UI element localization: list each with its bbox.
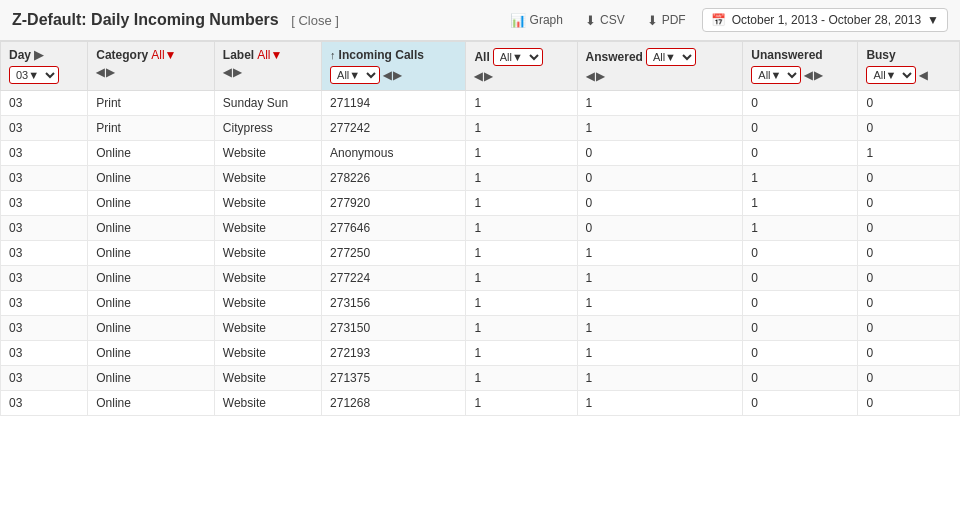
cell-unanswered: 0 (743, 266, 858, 291)
col-busy: Busy All▼ ◀ (858, 42, 960, 91)
answered-filter-select[interactable]: All▼ (646, 48, 696, 66)
cell-category: Online (88, 141, 215, 166)
cell-label: Website (214, 241, 321, 266)
category-next-arrow[interactable]: ▶ (106, 66, 114, 79)
unanswered-filter-select[interactable]: All▼ (751, 66, 801, 84)
label-prev-arrow[interactable]: ◀ (223, 66, 231, 79)
all-filter-select[interactable]: All▼ (493, 48, 543, 66)
table-row: 03PrintSunday Sun2711941100 (1, 91, 960, 116)
cell-day: 03 (1, 366, 88, 391)
cell-all: 1 (466, 241, 577, 266)
answered-prev-arrow[interactable]: ◀ (586, 70, 594, 83)
cell-unanswered: 1 (743, 191, 858, 216)
table-row: 03OnlineWebsite2776461010 (1, 216, 960, 241)
cell-label: Website (214, 316, 321, 341)
cell-label: Website (214, 141, 321, 166)
cell-all: 1 (466, 141, 577, 166)
cell-day: 03 (1, 91, 88, 116)
col-unanswered: Unanswered All▼ ◀ ▶ (743, 42, 858, 91)
cell-label: Website (214, 366, 321, 391)
date-range-picker[interactable]: 📅 October 1, 2013 - October 28, 2013 ▼ (702, 8, 948, 32)
cell-category: Online (88, 266, 215, 291)
cell-unanswered: 0 (743, 341, 858, 366)
cell-day: 03 (1, 391, 88, 416)
graph-button[interactable]: 📊 Graph (504, 10, 569, 31)
cell-all: 1 (466, 216, 577, 241)
category-prev-arrow[interactable]: ◀ (96, 66, 104, 79)
incoming-calls-filter-select[interactable]: All▼ (330, 66, 380, 84)
answered-next-arrow[interactable]: ▶ (596, 70, 604, 83)
col-answered: Answered All▼ ◀ ▶ (577, 42, 743, 91)
cell-all: 1 (466, 316, 577, 341)
cell-incoming_calls: 277250 (322, 241, 466, 266)
cell-all: 1 (466, 116, 577, 141)
cell-category: Online (88, 366, 215, 391)
cell-category: Online (88, 166, 215, 191)
pdf-button[interactable]: ⬇ PDF (641, 10, 692, 31)
cell-answered: 1 (577, 291, 743, 316)
cell-answered: 1 (577, 241, 743, 266)
cell-all: 1 (466, 391, 577, 416)
busy-filter-select[interactable]: All▼ (866, 66, 916, 84)
cell-category: Online (88, 241, 215, 266)
cell-unanswered: 0 (743, 366, 858, 391)
close-link[interactable]: [ Close ] (291, 13, 339, 28)
cell-category: Online (88, 316, 215, 341)
cell-category: Online (88, 291, 215, 316)
cell-answered: 0 (577, 141, 743, 166)
cell-unanswered: 1 (743, 216, 858, 241)
table-row: 03OnlineWebsite2772241100 (1, 266, 960, 291)
table-row: 03OnlineWebsite2713751100 (1, 366, 960, 391)
incoming-next-arrow[interactable]: ▶ (393, 69, 401, 82)
label-next-arrow[interactable]: ▶ (233, 66, 241, 79)
all-next-arrow[interactable]: ▶ (484, 70, 492, 83)
cell-label: Website (214, 291, 321, 316)
cell-answered: 0 (577, 166, 743, 191)
category-label-all: All▼ (151, 48, 176, 62)
incoming-prev-arrow[interactable]: ◀ (383, 69, 391, 82)
sort-asc-icon: ↑ (330, 49, 336, 61)
cell-category: Online (88, 216, 215, 241)
cell-label: Website (214, 341, 321, 366)
cell-label: Website (214, 391, 321, 416)
cell-unanswered: 1 (743, 166, 858, 191)
busy-prev-arrow[interactable]: ◀ (919, 69, 927, 82)
cell-label: Citypress (214, 116, 321, 141)
day-filter-select[interactable]: 03▼ (9, 66, 59, 84)
cell-category: Print (88, 91, 215, 116)
unanswered-prev-arrow[interactable]: ◀ (804, 69, 812, 82)
col-all: All All▼ ◀ ▶ (466, 42, 577, 91)
cell-label: Website (214, 166, 321, 191)
cell-unanswered: 0 (743, 141, 858, 166)
csv-button[interactable]: ⬇ CSV (579, 10, 631, 31)
cell-incoming_calls: Anonymous (322, 141, 466, 166)
data-table-container: Day ▶ 03▼ Category A (0, 41, 960, 416)
cell-answered: 1 (577, 316, 743, 341)
day-next-arrow[interactable]: ▶ (34, 48, 43, 62)
cell-busy: 0 (858, 191, 960, 216)
all-prev-arrow[interactable]: ◀ (474, 70, 482, 83)
cell-busy: 0 (858, 166, 960, 191)
table-row: 03OnlineWebsiteAnonymous1001 (1, 141, 960, 166)
cell-answered: 1 (577, 116, 743, 141)
download-pdf-icon: ⬇ (647, 13, 658, 28)
cell-day: 03 (1, 166, 88, 191)
cell-label: Website (214, 266, 321, 291)
cell-all: 1 (466, 366, 577, 391)
cell-all: 1 (466, 91, 577, 116)
cell-busy: 0 (858, 91, 960, 116)
cell-busy: 0 (858, 316, 960, 341)
cell-answered: 1 (577, 366, 743, 391)
table-row: 03OnlineWebsite2779201010 (1, 191, 960, 216)
cell-all: 1 (466, 166, 577, 191)
cell-day: 03 (1, 266, 88, 291)
cell-day: 03 (1, 241, 88, 266)
unanswered-next-arrow[interactable]: ▶ (814, 69, 822, 82)
cell-incoming_calls: 277920 (322, 191, 466, 216)
cell-day: 03 (1, 216, 88, 241)
cell-answered: 1 (577, 391, 743, 416)
table-row: 03OnlineWebsite2712681100 (1, 391, 960, 416)
cell-busy: 0 (858, 266, 960, 291)
table-row: 03PrintCitypress2772421100 (1, 116, 960, 141)
cell-busy: 0 (858, 116, 960, 141)
